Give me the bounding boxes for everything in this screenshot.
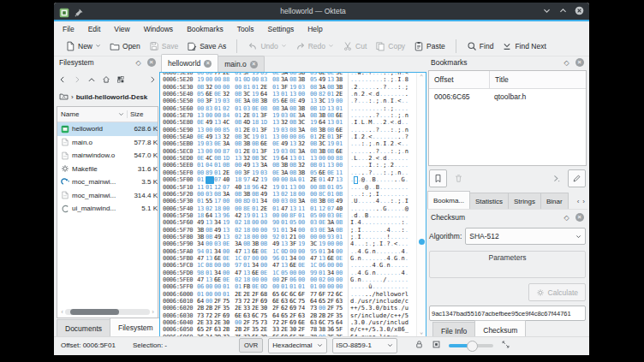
- hex-row: 0006:5E2019000088010D0083083A0B3B0549133…: [160, 76, 417, 83]
- file-table[interactable]: Name Size helloworld628.6 Kmain.o577.8 K…: [57, 106, 158, 318]
- places-icon[interactable]: [116, 72, 125, 87]
- hex-bytes: 3B0B49130218000091013400030E3A0B: [197, 227, 348, 234]
- lock-icon[interactable]: [414, 340, 424, 351]
- fit-to-size-icon[interactable]: [432, 340, 441, 351]
- overwrite-mode-toggle[interactable]: OVR: [239, 338, 263, 353]
- bookmarks-table-header[interactable]: Offset Title: [429, 71, 586, 89]
- hex-bytes: 0083010201030E0B0B3A0B3B0B1D1301: [197, 105, 348, 112]
- new-button[interactable]: New: [61, 38, 105, 54]
- dropdown-caret-icon[interactable]: [328, 43, 334, 49]
- dropdown-caret-icon[interactable]: [95, 43, 101, 49]
- menu-item-help[interactable]: Help: [307, 25, 322, 33]
- scrollbar-thumb[interactable]: [419, 239, 425, 245]
- column-title: Title: [489, 71, 586, 88]
- file-name: main.o: [72, 139, 128, 146]
- parameters-groupbox: Parameters: [429, 251, 586, 278]
- tool-tab-statistics[interactable]: Statistics: [469, 193, 509, 209]
- file-row[interactable]: mainwindow.o547.0 K: [57, 149, 158, 163]
- close-panel-icon[interactable]: ×: [146, 58, 156, 68]
- value-coding-select[interactable]: Hexadecimal: [268, 338, 326, 353]
- undo-button[interactable]: Undo: [243, 38, 290, 54]
- tool-tab-binar[interactable]: Binar: [540, 193, 569, 209]
- checksum-result-field[interactable]: 9ac1347bad55167acbefbee95ce9f4c8c67f4476…: [429, 306, 586, 321]
- float-panel-icon[interactable]: ◇: [134, 58, 143, 68]
- tool-tab-bookma-[interactable]: Bookma...: [427, 191, 470, 209]
- zoom-slider-handle[interactable]: [467, 341, 478, 352]
- delete-bookmark-button[interactable]: [450, 169, 468, 187]
- pin-icon[interactable]: [74, 6, 84, 16]
- maximize-icon[interactable]: [558, 3, 568, 19]
- rename-bookmark-button[interactable]: [568, 169, 586, 187]
- float-panel-icon[interactable]: ◇: [562, 58, 571, 68]
- close-icon[interactable]: [575, 3, 584, 19]
- menu-item-view[interactable]: View: [114, 25, 129, 33]
- cut-button[interactable]: Cut: [338, 38, 371, 54]
- menu-item-edit[interactable]: Edit: [88, 25, 101, 33]
- bookmarks-table[interactable]: Offset Title 0006:6C65qtoolbar.h: [428, 70, 587, 166]
- find-button[interactable]: Find: [462, 38, 498, 54]
- home-icon[interactable]: [102, 72, 110, 87]
- tool-tab-strings[interactable]: Strings: [508, 193, 541, 209]
- paste-button[interactable]: Paste: [409, 38, 450, 54]
- hex-offset: 0006:5F30: [160, 198, 197, 205]
- cut-label: Cut: [355, 42, 367, 50]
- close-panel-icon[interactable]: ×: [575, 58, 584, 68]
- float-panel-icon[interactable]: ◇: [562, 213, 571, 223]
- titlebar[interactable]: helloworld — Okteta: [54, 3, 589, 20]
- close-panel-icon[interactable]: ×: [575, 213, 584, 223]
- forward-icon[interactable]: [73, 72, 81, 87]
- file-table-header[interactable]: Name Size: [57, 107, 158, 122]
- algorithm-value: SHA-512: [469, 232, 572, 240]
- minimize-icon[interactable]: [542, 3, 552, 19]
- menu-item-tools[interactable]: Tools: [237, 25, 254, 33]
- tab-filesystem[interactable]: Filesystem: [110, 317, 162, 337]
- file-row[interactable]: moc_mainwi...3.5 K: [57, 175, 158, 189]
- save-button[interactable]: Save: [145, 38, 182, 54]
- algorithm-select[interactable]: SHA-512: [465, 228, 586, 245]
- file-row[interactable]: Makefile31.6 K: [57, 163, 158, 176]
- dropdown-caret-icon[interactable]: [281, 43, 287, 49]
- up-icon[interactable]: [87, 72, 96, 87]
- tab-documents[interactable]: Documents: [57, 319, 110, 337]
- vertical-scrollbar[interactable]: ⌃⌄: [416, 73, 426, 336]
- file-size: 547.0 K: [128, 151, 158, 159]
- char-coding-select[interactable]: ISO-8859-1: [332, 338, 397, 353]
- hex-view[interactable]: 0006:5E100000772E013F19030E3A0B3B056E0E3…: [159, 72, 426, 337]
- horizontal-scrollbar[interactable]: ‹›: [59, 308, 156, 316]
- create-bookmark-button[interactable]: [429, 169, 447, 187]
- close-tab-icon[interactable]: ×: [250, 61, 258, 68]
- open-button[interactable]: Open: [105, 38, 145, 54]
- zoom-slider[interactable]: [449, 344, 493, 347]
- close-tab-icon[interactable]: ×: [204, 60, 212, 68]
- copy-button[interactable]: Copy: [371, 38, 409, 54]
- file-row[interactable]: ui_mainwind...5.1 K: [57, 202, 158, 216]
- document-tab-main-o[interactable]: main.o×: [218, 56, 265, 72]
- menu-item-bookmarks[interactable]: Bookmarks: [187, 25, 224, 33]
- column-size[interactable]: Size: [127, 110, 158, 118]
- back-icon[interactable]: [58, 72, 67, 87]
- home-folder-icon[interactable]: [59, 92, 69, 103]
- zoom-fullscreen-icon[interactable]: [501, 340, 510, 351]
- hex-bytes: 47136E0E02180000002F060000020000: [197, 276, 348, 283]
- goto-bookmark-button[interactable]: [547, 169, 565, 187]
- menu-item-windows[interactable]: Windows: [144, 25, 173, 33]
- calculate-button[interactable]: Calculate: [528, 283, 586, 301]
- menu-item-settings[interactable]: Settings: [267, 25, 294, 33]
- column-name[interactable]: Name: [61, 110, 79, 118]
- scroll-left-icon[interactable]: ‹: [577, 198, 580, 205]
- menu-item-file[interactable]: File: [63, 25, 75, 33]
- file-row[interactable]: main.o577.8 K: [57, 136, 158, 150]
- overflow-icon[interactable]: [148, 72, 157, 87]
- find-next-button[interactable]: Find Next: [498, 38, 550, 54]
- scroll-right-icon[interactable]: ›: [582, 198, 585, 205]
- undo-label: Undo: [260, 42, 277, 50]
- redo-button[interactable]: Redo: [291, 38, 338, 54]
- save-as-button[interactable]: Save As: [182, 38, 230, 54]
- hex-bytes: 73722F696E636C7564652F632B2B2F35: [197, 312, 348, 319]
- file-row[interactable]: helloworld628.6 K: [57, 122, 158, 136]
- breadcrumb[interactable]: build-helloworld-Desk: [76, 93, 148, 101]
- tool-tabs-scroll-arrows[interactable]: ‹›: [575, 193, 587, 209]
- bookmark-row[interactable]: 0006:6C65qtoolbar.h: [429, 89, 586, 104]
- file-row[interactable]: moc_mainwi...314.4 K: [57, 189, 158, 203]
- document-tab-helloworld[interactable]: helloworld×: [161, 54, 218, 72]
